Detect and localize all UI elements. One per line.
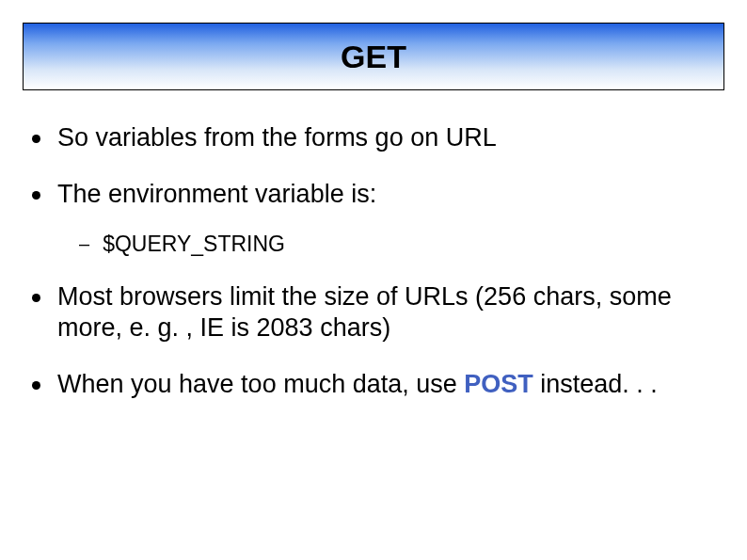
text-prefix: When you have too much data, use [57,370,464,398]
bullet-text: Most browsers limit the size of URLs (25… [57,281,715,345]
bullet-text: So variables from the forms go on URL [57,122,497,154]
bullet-item: When you have too much data, use POST in… [32,369,715,401]
bullet-icon [32,294,40,302]
highlight-word: POST [464,370,533,398]
sub-bullet-text: $QUERY_STRING [103,232,285,257]
text-suffix: instead. . . [533,370,658,398]
bullet-item: The environment variable is: [32,179,715,211]
dash-icon: – [79,233,89,255]
bullet-icon [32,191,40,200]
slide-title: GET [341,39,406,75]
bullet-text: The environment variable is: [57,179,376,211]
bullet-icon [32,135,40,143]
bullet-text: When you have too much data, use POST in… [57,369,658,401]
slide-title-box: GET [23,23,724,90]
bullet-icon [32,381,40,390]
sub-bullet-item: – $QUERY_STRING [79,232,715,257]
slide-content: So variables from the forms go on URL Th… [32,122,715,425]
bullet-item: So variables from the forms go on URL [32,122,715,154]
bullet-item: Most browsers limit the size of URLs (25… [32,281,715,345]
